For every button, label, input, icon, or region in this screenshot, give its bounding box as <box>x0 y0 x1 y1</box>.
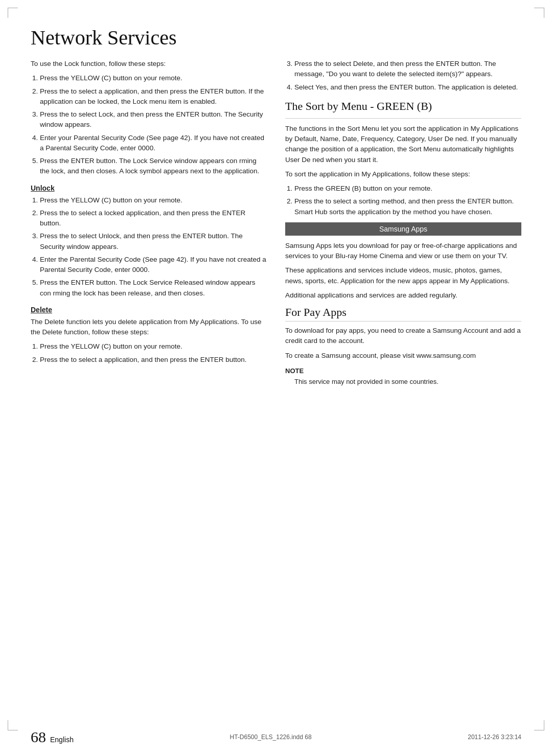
right-column: Press the to select Delete, and then pre… <box>285 59 521 391</box>
sort-step-2: Press the to select a sorting method, an… <box>294 196 521 217</box>
unlock-steps-list: Press the YELLOW (C) button on your remo… <box>40 195 267 299</box>
english-label: English <box>50 736 74 744</box>
delete-continued-list: Press the to select Delete, and then pre… <box>294 59 521 93</box>
unlock-step-4: Enter the Parental Security Code (See pa… <box>40 255 267 276</box>
lock-intro: To use the Lock function, follow these s… <box>31 59 267 69</box>
delete-cont-step-4: Select Yes, and then press the ENTER but… <box>294 82 521 93</box>
unlock-step-2: Press the to select a locked application… <box>40 208 267 229</box>
page-number: 68 <box>31 728 46 746</box>
delete-steps-list: Press the YELLOW (C) button on your remo… <box>40 341 267 365</box>
note-section: NOTE This service may not provided in so… <box>285 367 521 387</box>
corner-mark-tl <box>8 8 18 18</box>
unlock-step-3: Press the to select Unlock, and then pre… <box>40 231 267 252</box>
lock-step-3: Press the to select Lock, and then press… <box>40 109 267 130</box>
samsung-apps-detail: These applications and services include … <box>285 265 521 286</box>
unlock-heading: Unlock <box>31 184 267 192</box>
delete-heading: Delete <box>31 306 267 314</box>
page-title: Network Services <box>31 26 521 50</box>
footer-left: HT-D6500_ELS_1226.indd 68 <box>230 734 312 741</box>
lock-step-5: Press the ENTER button. The Lock Service… <box>40 156 267 177</box>
delete-step-2: Press the to select a application, and t… <box>40 355 267 365</box>
footer-right: 2011-12-26 3:23:14 <box>468 734 521 741</box>
page-number-block: 68 English <box>31 728 74 746</box>
lock-step-4: Enter your Parental Security Code (See p… <box>40 133 267 154</box>
delete-step-1: Press the YELLOW (C) button on your remo… <box>40 341 267 352</box>
sort-menu-divider <box>285 118 521 119</box>
delete-cont-step-3: Press the to select Delete, and then pre… <box>294 59 521 80</box>
delete-intro: The Delete function lets you delete appl… <box>31 317 267 338</box>
corner-mark-tr <box>534 8 544 18</box>
sort-menu-intro: The functions in the Sort Menu let you s… <box>285 124 521 165</box>
page-footer: 68 English HT-D6500_ELS_1226.indd 68 201… <box>0 728 552 746</box>
samsung-apps-banner: Samsung Apps <box>285 222 521 236</box>
sort-menu-title: The Sort by Menu - GREEN (B) <box>285 100 521 113</box>
note-text: This service may not provided in some co… <box>294 377 521 387</box>
sort-menu-steps-list: Press the GREEN (B) button on your remot… <box>294 184 521 217</box>
for-pay-intro: To download for pay apps, you need to cr… <box>285 326 521 347</box>
samsung-apps-additional: Additional applications and services are… <box>285 290 521 301</box>
unlock-step-5: Press the ENTER button. The Lock Service… <box>40 278 267 299</box>
sort-menu-steps-intro: To sort the application in My Applicatio… <box>285 169 521 179</box>
for-pay-detail: To create a Samsung account, please visi… <box>285 351 521 361</box>
for-pay-apps-title: For Pay Apps <box>285 306 521 322</box>
lock-steps-list: Press the YELLOW (C) button on your remo… <box>40 73 267 176</box>
lock-step-2: Press the to select a application, and t… <box>40 86 267 107</box>
left-column: To use the Lock function, follow these s… <box>31 59 267 391</box>
lock-step-1: Press the YELLOW (C) button on your remo… <box>40 73 267 83</box>
two-column-layout: To use the Lock function, follow these s… <box>31 59 521 391</box>
page-container: Network Services To use the Lock functio… <box>0 0 552 756</box>
samsung-apps-intro: Samsung Apps lets you download for pay o… <box>285 241 521 262</box>
unlock-step-1: Press the YELLOW (C) button on your remo… <box>40 195 267 205</box>
note-label: NOTE <box>285 367 521 375</box>
sort-step-1: Press the GREEN (B) button on your remot… <box>294 184 521 194</box>
